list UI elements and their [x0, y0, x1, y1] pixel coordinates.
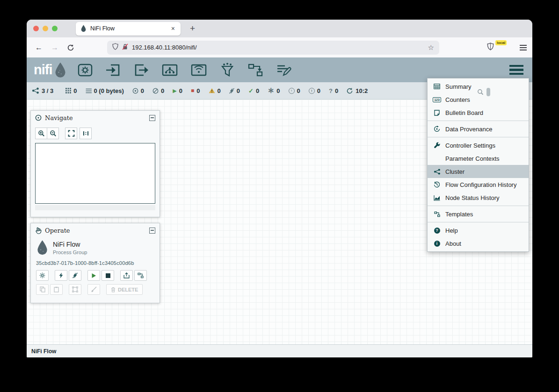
new-tab-button[interactable]: + [187, 23, 198, 34]
input-port-icon[interactable] [105, 62, 121, 78]
group-button[interactable] [69, 284, 81, 295]
nifi-favicon [80, 25, 87, 32]
menu-item-label: Cluster [445, 168, 465, 175]
refresh-status[interactable]: 10:2 [347, 87, 368, 94]
menu-item-node-status-history[interactable]: Node Status History [428, 191, 529, 204]
menu-item-bulletin-board[interactable]: Bulletin Board [428, 106, 529, 119]
fill-color-button[interactable] [87, 284, 100, 295]
stopped-icon: ■ [191, 87, 194, 94]
selected-component-id: 35cbd3b7-017b-1000-8bff-1c3405c00d6b [36, 260, 154, 266]
menu-item-flow-configuration-history[interactable]: Flow Configuration History [428, 178, 529, 191]
desktop: NiFi Flow × + ← → 192.168.40.11:8080/nif… [0, 0, 559, 392]
connected-nodes-count: 3 / 3 [42, 87, 53, 94]
stopped-status: ■ 0 [191, 87, 200, 94]
canvas-search[interactable] [477, 88, 490, 96]
browser-tab[interactable]: NiFi Flow × [76, 22, 181, 36]
zoom-fit-button[interactable] [65, 128, 77, 139]
insecure-lock-icon[interactable] [122, 43, 128, 52]
up-to-date-count: 0 [256, 87, 259, 94]
search-field-handle[interactable] [486, 88, 490, 96]
stop-button[interactable] [102, 270, 114, 281]
zoom-out-button[interactable] [47, 128, 59, 139]
back-button[interactable]: ← [32, 41, 45, 54]
copy-button[interactable] [36, 284, 49, 295]
start-button[interactable] [87, 270, 100, 281]
operate-buttons-row-2: DELETE [36, 284, 154, 295]
navigate-collapse-button[interactable] [149, 115, 155, 121]
process-group-icon[interactable] [161, 62, 178, 78]
bulletin-board-icon [433, 110, 441, 116]
remote-process-group-icon[interactable] [190, 62, 207, 78]
minimize-window-button[interactable] [43, 26, 48, 31]
nifi-logo-text: nifi [34, 62, 52, 78]
create-template-button[interactable] [134, 270, 147, 281]
lightning-icon [58, 272, 64, 278]
profile-badge: local [495, 40, 507, 45]
menu-separator [428, 121, 529, 121]
active-threads-status: 0 [65, 87, 77, 94]
sync-failure-count: 0 [335, 87, 338, 94]
permissions-shield-icon[interactable] [112, 43, 118, 52]
locally-modified-stale-icon: ! [309, 88, 315, 94]
configuration-button[interactable] [36, 270, 49, 281]
queued-list-icon [86, 88, 92, 93]
counters-icon: 123 [433, 97, 441, 102]
summary-icon [433, 84, 441, 89]
output-port-icon[interactable] [133, 62, 149, 78]
menu-item-parameter-contexts[interactable]: Parameter Contexts [428, 152, 529, 165]
paste-button[interactable] [50, 284, 63, 295]
enable-button[interactable] [55, 270, 67, 281]
flow-configuration-history-icon [433, 181, 441, 188]
operate-panel-header: Operate [31, 223, 160, 237]
locally-modified-asterisk-icon: ∗ [268, 88, 274, 93]
url-field[interactable]: 192.168.40.11:8080/nifi/ ☆ [107, 41, 439, 55]
queued-count: 0 (0 bytes) [94, 87, 124, 94]
selected-component-name: NiFi Flow [53, 241, 87, 248]
not-transmitting-count: 0 [161, 87, 164, 94]
operate-panel: Operate NiFi Flow Process Group 35cbd3b7… [30, 223, 160, 303]
processor-icon[interactable] [77, 62, 93, 78]
menu-item-help[interactable]: ? Help [428, 224, 529, 237]
reload-button[interactable] [64, 41, 77, 54]
menu-item-data-provenance[interactable]: Data Provenance [428, 122, 529, 135]
paste-icon [54, 286, 59, 292]
profile-avatar[interactable]: local [502, 43, 512, 52]
template-icon[interactable] [247, 62, 263, 78]
menu-item-cluster[interactable]: Cluster [428, 165, 529, 178]
birdseye-minimap[interactable] [35, 143, 155, 204]
operate-panel-body: NiFi Flow Process Group 35cbd3b7-017b-10… [31, 237, 160, 295]
firefox-menu-icon[interactable] [520, 45, 527, 50]
menu-item-label: Flow Configuration History [445, 181, 516, 188]
zoom-in-button[interactable] [35, 128, 47, 139]
global-menu-icon[interactable] [509, 65, 523, 75]
funnel-icon[interactable] [219, 62, 235, 78]
transmitting-icon [132, 88, 138, 94]
breadcrumb[interactable]: NiFi Flow [31, 348, 56, 355]
upload-template-button[interactable] [120, 270, 133, 281]
selected-component-type: Process Group [53, 249, 87, 255]
maximize-window-button[interactable] [52, 26, 58, 31]
disabled-status: 0 [229, 87, 240, 94]
navigate-panel: Navigate [30, 110, 160, 217]
disable-button[interactable] [69, 270, 81, 281]
cluster-icon [32, 87, 39, 94]
search-icon [477, 89, 484, 95]
menu-item-templates[interactable]: Templates [428, 207, 529, 221]
bookmark-star-icon[interactable]: ☆ [428, 43, 434, 52]
menu-item-label: Counters [445, 96, 470, 103]
transmitting-count: 0 [141, 87, 144, 94]
label-icon[interactable] [276, 62, 291, 78]
delete-button[interactable]: DELETE [106, 284, 143, 295]
url-text: 192.168.40.11:8080/nifi/ [132, 44, 197, 51]
menu-item-about[interactable]: i About [428, 237, 529, 250]
menu-item-controller-settings[interactable]: Controller Settings [428, 139, 529, 152]
operate-collapse-button[interactable] [149, 228, 155, 234]
breadcrumb-bar: NiFi Flow [27, 344, 532, 357]
zoom-actual-size-button[interactable] [80, 128, 92, 139]
birdseye-strip [35, 205, 155, 210]
tab-close-icon[interactable]: × [170, 25, 176, 32]
menu-separator [428, 137, 529, 137]
protections-shield-icon[interactable] [487, 43, 494, 52]
close-window-button[interactable] [33, 26, 39, 31]
forward-button[interactable]: → [48, 41, 61, 54]
